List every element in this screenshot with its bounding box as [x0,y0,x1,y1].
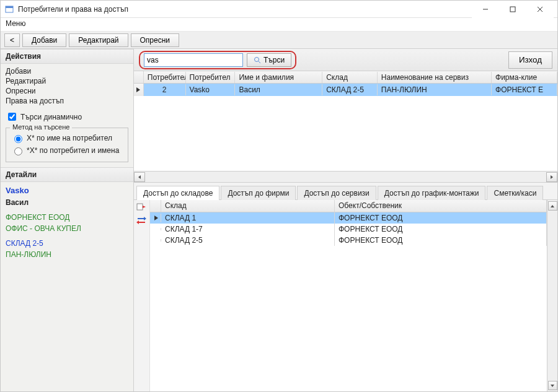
svg-marker-8 [136,87,140,92]
horizontal-scrollbar[interactable] [134,171,557,182]
wh-cell-warehouse: СКЛАД 1 [161,212,335,224]
radio-by-username-input[interactable] [14,135,22,143]
col-firm[interactable]: Фирма-клие [492,72,557,83]
users-grid-body[interactable]: 2 Vasko Васил СКЛАД 2-5 ПАН-ЛЮЛИН ФОРНЕК… [134,84,557,171]
action-add[interactable]: Добави [6,66,128,76]
wh-cell-warehouse: СКЛАД 2-5 [161,235,335,246]
swap-icon[interactable] [136,216,148,226]
table-row[interactable]: СКЛАД 1-7ФОРНЕКСТ ЕООД [150,224,547,235]
col-user[interactable]: Потребител [186,72,236,83]
action-edit[interactable]: Редактирай [6,76,128,86]
window-title: Потребители и права на достъп [18,5,472,14]
svg-rect-3 [510,7,515,12]
scroll-down-icon[interactable] [548,381,557,390]
wh-col-owner[interactable]: Обект/Собственик [335,200,547,212]
svg-marker-17 [154,216,158,220]
main-area: Търси Изход Потребител № Потребител Име … [134,49,557,391]
table-row[interactable]: СКЛАД 2-5ФОРНЕКСТ ЕООД [150,235,547,246]
svg-marker-12 [143,206,146,208]
radio-by-user-and-name-input[interactable] [14,147,22,155]
svg-rect-1 [6,6,13,8]
table-row[interactable]: 2 Vasko Васил СКЛАД 2-5 ПАН-ЛЮЛИН ФОРНЕК… [134,84,557,96]
detail-username: Vasko [6,185,128,197]
tab-firms[interactable]: Достъп до фирми [221,186,296,200]
row-pointer-icon [150,228,161,230]
tab-schedule[interactable]: Достъп до график-монтажи [378,186,486,200]
wh-row-selector-header [150,200,161,212]
sidebar: Действия Добави Редактирай Опресни Права… [1,49,134,391]
minimize-button[interactable] [472,1,499,18]
cell-fullname: Васил [235,84,322,95]
menu-item[interactable]: Меню [6,19,25,28]
row-pointer-icon [150,239,161,242]
titlebar: Потребители и права на достъп [1,1,557,18]
refresh-button[interactable]: Опресни [131,33,180,47]
dynamic-search-input[interactable] [8,113,16,121]
cell-user-no: 2 [144,84,186,95]
users-grid-header: Потребител № Потребител Име и фамилия Ск… [134,71,557,84]
col-service[interactable]: Наименование на сервиз [378,72,492,83]
svg-point-6 [255,57,259,61]
export-icon[interactable] [136,203,148,212]
scroll-right-icon[interactable] [546,172,557,182]
tab-services[interactable]: Достъп до сервизи [297,186,376,200]
add-button[interactable]: Добави [22,33,66,47]
tab-accounts[interactable]: Сметки/каси [487,186,543,200]
wh-cell-owner: ФОРНЕКСТ ЕООД [335,224,547,235]
search-input[interactable] [144,53,243,67]
radio-by-user-and-name-label: *X* по потребител и имена [27,146,119,155]
svg-marker-9 [138,175,141,179]
details-panel: Vasko Васил ФОРНЕКСТ ЕООД ОФИС - ОВЧА КУ… [1,182,133,263]
svg-marker-16 [136,220,139,224]
edit-button[interactable]: Редактирай [69,33,128,47]
top-toolbar: < Добави Редактирай Опресни [1,32,557,49]
scroll-up-icon[interactable] [548,201,557,211]
search-method-legend: Метод на търсене [10,123,72,131]
detail-service: ПАН-ЛЮЛИН [6,249,128,260]
search-button-label: Търси [264,56,285,64]
wh-cell-owner: ФОРНЕКСТ ЕООД [335,212,547,224]
row-pointer-icon [150,214,161,222]
col-warehouse[interactable]: Склад [322,72,378,83]
row-pointer-icon [134,84,144,96]
svg-marker-14 [144,217,146,220]
warehouse-grid-body[interactable]: СКЛАД 1ФОРНЕКСТ ЕООДСКЛАД 1-7ФОРНЕКСТ ЕО… [150,212,547,391]
detail-warehouse: СКЛАД 2-5 [6,238,128,249]
search-method-group: Метод на търсене X* по име на потребител… [6,128,128,162]
svg-line-7 [259,61,260,63]
search-icon [254,56,261,64]
radio-by-username[interactable]: X* по име на потребител [11,132,123,144]
search-button[interactable]: Търси [247,53,291,67]
wh-cell-owner: ФОРНЕКСТ ЕООД [335,235,547,246]
detail-tabs: Достъп до складове Достъп до фирми Достъ… [134,183,557,200]
search-highlight: Търси [139,51,296,69]
details-header: Детайли [1,167,133,182]
dynamic-search-checkbox[interactable]: Търси динамично [1,108,133,125]
col-fullname[interactable]: Име и фамилия [235,72,322,83]
svg-rect-11 [137,204,143,210]
close-button[interactable] [526,1,554,18]
col-user-no[interactable]: Потребител № [144,72,186,83]
app-icon [4,4,14,14]
actions-header: Действия [1,49,133,64]
tab-warehouses[interactable]: Достъп до складове [136,186,219,200]
action-refresh[interactable]: Опресни [6,86,128,96]
vertical-scrollbar[interactable] [547,200,557,391]
radio-by-user-and-name[interactable]: *X* по потребител и имена [11,144,123,157]
exit-button[interactable]: Изход [508,51,552,69]
users-grid: Потребител № Потребител Име и фамилия Ск… [134,71,557,183]
back-button[interactable]: < [4,33,20,47]
wh-col-warehouse[interactable]: Склад [161,200,335,212]
action-rights[interactable]: Права на достъп [6,96,128,106]
cell-warehouse: СКЛАД 2-5 [322,84,378,95]
table-row[interactable]: СКЛАД 1ФОРНЕКСТ ЕООД [150,212,547,224]
cell-service: ПАН-ЛЮЛИН [378,84,492,95]
warehouse-grid: Склад Обект/Собственик СКЛАД 1ФОРНЕКСТ Е… [150,200,547,391]
dynamic-search-label: Търси динамично [20,113,82,121]
detail-fullname: Васил [6,197,128,208]
warehouse-access-panel: Склад Обект/Собственик СКЛАД 1ФОРНЕКСТ Е… [134,200,557,391]
menubar: Меню [1,18,557,32]
maximize-button[interactable] [499,1,526,18]
scroll-left-icon[interactable] [134,172,145,182]
detail-office: ОФИС - ОВЧА КУПЕЛ [6,223,128,234]
